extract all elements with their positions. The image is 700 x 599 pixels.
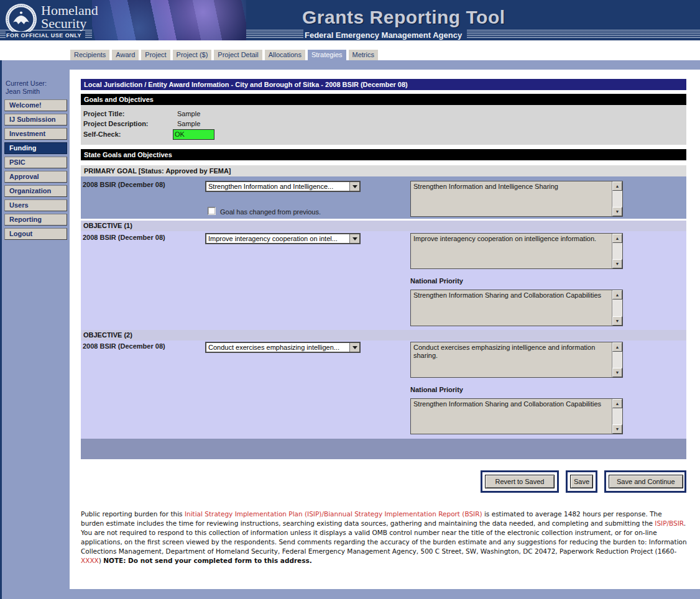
save-button-frame: Save bbox=[566, 470, 597, 493]
header-photo-collage bbox=[92, 0, 246, 40]
logo-line1: Homeland bbox=[41, 4, 98, 17]
objective-2-national-priority-value: Strengthen Information Sharing and Colla… bbox=[411, 399, 612, 434]
scrollbar[interactable]: ▲ ▼ bbox=[612, 342, 622, 377]
scrollbar-track[interactable] bbox=[612, 191, 622, 207]
scroll-down-icon[interactable]: ▼ bbox=[612, 316, 622, 326]
footer-note: NOTE: Do not send your completed form to… bbox=[103, 557, 312, 564]
chevron-down-icon bbox=[349, 234, 359, 243]
self-check-label: Self-Check: bbox=[83, 130, 121, 138]
tab-project-dollars[interactable]: Project ($) bbox=[173, 50, 212, 60]
objective-1-textarea[interactable]: Improve interagency cooperation on intel… bbox=[410, 233, 623, 269]
official-use-label: FOR OFFICIAL USE ONLY bbox=[6, 32, 85, 39]
objective-2-textarea-value: Conduct exercises emphasizing intelligen… bbox=[411, 342, 612, 377]
scrollbar[interactable]: ▲ ▼ bbox=[612, 234, 622, 268]
objective-2-dropdown[interactable]: Conduct exercises emphasizing intelligen… bbox=[205, 342, 361, 353]
sidebar-item-reporting[interactable]: Reporting bbox=[4, 214, 67, 226]
sidebar-item-users[interactable]: Users bbox=[4, 199, 67, 211]
goal-changed-checkbox[interactable] bbox=[208, 207, 216, 215]
objective-2-national-priority-textarea[interactable]: Strengthen Information Sharing and Colla… bbox=[410, 398, 623, 434]
primary-goal-textarea-value: Strengthen Information and Intelligence … bbox=[411, 181, 612, 216]
save-button[interactable]: Save bbox=[570, 475, 593, 488]
paperwork-burden-notice: Public reporting burden for this Initial… bbox=[81, 510, 687, 565]
chevron-down-icon bbox=[349, 182, 359, 191]
form-bottom-band bbox=[81, 439, 686, 459]
scroll-up-icon[interactable]: ▲ bbox=[612, 181, 622, 191]
objective-1-dropdown[interactable]: Improve interagency cooperation on intel… bbox=[205, 233, 361, 244]
left-edge-divider bbox=[0, 60, 2, 599]
grants-reporting-tool-page: { "header": { "logo_line1": "Homeland", … bbox=[0, 0, 700, 599]
tab-metrics[interactable]: Metrics bbox=[349, 50, 378, 60]
state-goals-header: State Goals and Objectives bbox=[81, 149, 686, 160]
scroll-down-icon[interactable]: ▼ bbox=[612, 259, 622, 268]
scrollbar[interactable]: ▲ ▼ bbox=[612, 181, 622, 216]
scroll-down-icon[interactable]: ▼ bbox=[612, 368, 622, 377]
sidebar-item-ij-submission[interactable]: IJ Submission bbox=[4, 114, 67, 126]
primary-goal-dropdown-value: Strengthen Information and Intelligence.… bbox=[206, 182, 349, 191]
save-continue-button-frame: Save and Continue bbox=[604, 470, 686, 493]
footer-text: Public reporting burden for this bbox=[81, 510, 185, 518]
scroll-up-icon[interactable]: ▲ bbox=[612, 342, 622, 352]
scroll-down-icon[interactable]: ▼ bbox=[612, 424, 622, 434]
scrollbar-track[interactable] bbox=[612, 352, 622, 368]
chevron-down-icon bbox=[349, 343, 359, 352]
project-description-value: Sample bbox=[177, 120, 200, 127]
sidebar-item-funding[interactable]: Funding bbox=[4, 142, 67, 154]
top-navigation-tabs: RecipientsAwardProjectProject ($)Project… bbox=[70, 50, 380, 60]
app-header: Homeland Security FOR OFFICIAL USE ONLY … bbox=[0, 0, 700, 40]
scroll-up-icon[interactable]: ▲ bbox=[612, 290, 622, 300]
objective-2-period-label: 2008 BSIR (December 08) bbox=[83, 342, 165, 350]
objective-1-period-label: 2008 BSIR (December 08) bbox=[83, 234, 165, 241]
tab-project[interactable]: Project bbox=[141, 50, 170, 60]
primary-goal-period-label: 2008 BSIR (December 08) bbox=[83, 181, 165, 188]
primary-goal-textarea[interactable]: Strengthen Information and Intelligence … bbox=[410, 181, 623, 217]
goals-objectives-header: Goals and Objectives bbox=[81, 94, 686, 105]
logo-line2: Security bbox=[41, 17, 98, 30]
objective-1-national-priority-label: National Priority bbox=[410, 277, 463, 285]
sidebar-item-psic[interactable]: PSIC bbox=[4, 157, 67, 168]
scroll-down-icon[interactable]: ▼ bbox=[612, 207, 622, 216]
objective-1-dropdown-value: Improve interagency cooperation on intel… bbox=[206, 234, 349, 243]
scroll-up-icon[interactable]: ▲ bbox=[612, 399, 622, 408]
objective-2-textarea[interactable]: Conduct exercises emphasizing intelligen… bbox=[410, 342, 623, 378]
tab-recipients[interactable]: Recipients bbox=[70, 50, 109, 60]
primary-goal-dropdown[interactable]: Strengthen Information and Intelligence.… bbox=[205, 181, 361, 192]
agency-subtitle: Federal Emergency Management Agency bbox=[303, 30, 467, 40]
objective-1-textarea-value: Improve interagency cooperation on intel… bbox=[411, 234, 612, 268]
project-title-value: Sample bbox=[177, 110, 200, 117]
isip-bsir-short-reference: ISIP/BSIR bbox=[655, 519, 683, 527]
tab-project-detail[interactable]: Project Detail bbox=[214, 50, 262, 60]
objective-1-header: OBJECTIVE (1) bbox=[81, 221, 686, 231]
revert-to-saved-button[interactable]: Revert to Saved bbox=[485, 475, 555, 488]
scrollbar-track[interactable] bbox=[612, 408, 622, 424]
scrollbar-track[interactable] bbox=[612, 300, 622, 316]
isip-bsir-long-reference: Initial Strategy Implementation Plan (IS… bbox=[185, 510, 482, 518]
sidebar-item-approval[interactable]: Approval bbox=[4, 171, 67, 183]
scroll-up-icon[interactable]: ▲ bbox=[612, 234, 622, 243]
tab-award[interactable]: Award bbox=[112, 50, 139, 60]
revert-button-frame: Revert to Saved bbox=[481, 470, 559, 493]
objective-2-dropdown-value: Conduct exercises emphasizing intelligen… bbox=[206, 343, 349, 352]
tab-allocations[interactable]: Allocations bbox=[265, 50, 305, 60]
current-user-block: Current User: Jean Smith bbox=[6, 80, 47, 96]
scrollbar[interactable]: ▲ ▼ bbox=[612, 399, 622, 434]
project-title-label: Project Title: bbox=[83, 110, 124, 117]
project-info-box: Project Title: Sample Project Descriptio… bbox=[81, 105, 686, 145]
tab-strategies[interactable]: Strategies bbox=[308, 50, 346, 60]
sidebar-item-organization[interactable]: Organization bbox=[4, 185, 67, 197]
omb-number-placeholder: XXXX bbox=[81, 557, 99, 564]
homeland-security-wordmark: Homeland Security bbox=[41, 4, 98, 30]
app-title: Grants Reporting Tool bbox=[302, 7, 505, 28]
project-description-label: Project Description: bbox=[83, 120, 149, 127]
objective-1-national-priority-textarea[interactable]: Strengthen Information Sharing and Colla… bbox=[410, 290, 623, 326]
objective-2-national-priority-label: National Priority bbox=[410, 386, 463, 393]
sidebar-item-logout[interactable]: Logout bbox=[4, 228, 67, 240]
scrollbar-track[interactable] bbox=[612, 243, 622, 259]
goal-changed-checkbox-label: Goal has changed from previous. bbox=[220, 208, 321, 216]
sidebar-item-welcome[interactable]: Welcome! bbox=[4, 99, 67, 111]
primary-goal-header: PRIMARY GOAL [Status: Approved by FEMA] bbox=[81, 165, 686, 176]
save-and-continue-button[interactable]: Save and Continue bbox=[609, 475, 683, 488]
objective-1-national-priority-value: Strengthen Information Sharing and Colla… bbox=[411, 290, 612, 326]
objective-2-header: OBJECTIVE (2) bbox=[81, 330, 686, 341]
sidebar-item-investment[interactable]: Investment bbox=[4, 128, 67, 140]
scrollbar[interactable]: ▲ ▼ bbox=[612, 290, 622, 326]
